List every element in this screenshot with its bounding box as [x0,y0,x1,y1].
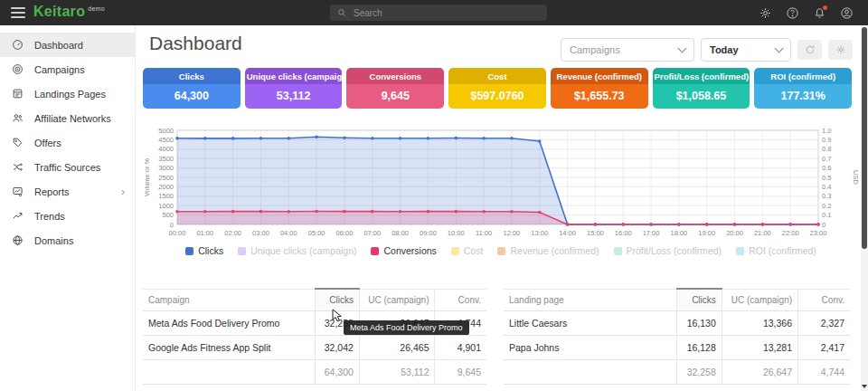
svg-text:04:00: 04:00 [280,229,297,237]
search-icon [337,8,346,17]
split-icon [12,161,24,173]
vertical-scrollbar [861,25,868,391]
scrollbar-down-arrow[interactable] [862,385,867,388]
campaign-filter-select[interactable]: Campaigns [561,38,694,62]
legend-label: Cost [464,245,484,256]
legend-label: ROI (confirmed) [749,245,816,256]
table-row[interactable]: Google Ads Fitness App Split32,04226,465… [143,336,486,360]
legend-swatch [238,247,246,255]
search-input[interactable] [352,7,540,19]
svg-text:0.7: 0.7 [822,155,831,163]
svg-text:20:00: 20:00 [726,229,743,237]
svg-text:2000: 2000 [158,183,174,191]
campaigns-table: CampaignClicksUC (campaign)Conv.Meta Ads… [143,288,486,385]
metric-card-conversions[interactable]: Conversions9,645 [346,68,444,109]
total-cell: 26,647 [722,360,797,385]
sidebar-item-traffic-sources[interactable]: Traffic Sources [0,155,135,179]
legend-item-profit-loss-confirmed-[interactable]: Profit/Loss (confirmed) [614,245,722,256]
svg-text:2500: 2500 [158,174,174,182]
legend-swatch [451,247,459,255]
cell: 16,130 [677,311,722,336]
dashboard-settings-button[interactable] [828,40,853,60]
svg-text:09:00: 09:00 [420,229,437,237]
metric-card-value: $1,655.73 [551,84,648,109]
metric-card-unique-clicks-campaign-[interactable]: Unique clicks (campaign)53,112 [245,68,343,109]
sidebar-item-landings-pages[interactable]: Landings Pages [0,81,135,106]
column-header[interactable]: Conv. [798,289,850,311]
metric-card-label: Cost [448,68,546,84]
svg-text:18:00: 18:00 [670,229,687,237]
svg-text:0: 0 [170,221,174,229]
keitaro-dashboard-screen: Keitarodemo DashboardCampaignsLandings P… [0,0,868,391]
metric-card-label: ROI (confirmed) [754,68,852,84]
legend-item-roi-confirmed-[interactable]: ROI (confirmed) [736,245,816,256]
sidebar-item-reports[interactable]: Reports› [0,179,135,204]
metric-card-profit-loss-confirmed-[interactable]: Profit/Loss (confirmed)$1,058.65 [653,68,750,109]
svg-text:0.9: 0.9 [822,136,831,144]
svg-text:12:00: 12:00 [504,229,521,237]
legend-item-clicks[interactable]: Clicks [185,245,223,256]
metric-card-label: Clicks [143,68,241,84]
svg-text:19:00: 19:00 [698,229,715,237]
metric-card-value: 177.31% [754,84,852,109]
landing-pages-table: Landing pageClicksUC (campaign)Conv.Litt… [504,288,850,385]
column-header[interactable]: Clicks [315,289,359,311]
legend-item-cost[interactable]: Cost [451,245,484,256]
legend-swatch [736,247,744,255]
svg-text:0: 0 [822,221,826,229]
menu-toggle-icon[interactable] [11,7,25,21]
svg-text:06:00: 06:00 [336,229,354,237]
metric-card-revenue-confirmed-[interactable]: Revenue (confirmed)$1,655.73 [551,68,648,109]
table-row[interactable]: Papa Johns16,12813,2812,417 [504,336,850,360]
cell: Meta Ads Food Delivery Promo [143,311,315,336]
column-header[interactable]: Landing page [504,289,677,311]
topbar: Keitarodemo [0,0,868,25]
sidebar-item-affiliate-networks[interactable]: Affiliate Networks [0,106,135,130]
sidebar-item-trends[interactable]: Trends [0,204,135,228]
sidebar-item-offers[interactable]: Offers [0,130,135,155]
svg-text:Volume or %: Volume or % [143,157,151,196]
column-header[interactable]: Conv. [435,289,486,311]
legend-item-conversions[interactable]: Conversions [371,245,436,256]
svg-text:USD: USD [852,170,859,185]
column-header[interactable]: Campaign [143,289,315,311]
notifications-icon[interactable] [813,6,826,20]
chart-legend: ClicksUnique clicks (campaign)Conversion… [143,245,859,256]
gauge-icon [12,39,24,51]
sidebar-item-dashboard[interactable]: Dashboard [0,33,135,57]
column-header[interactable]: Clicks [677,289,722,311]
svg-text:500: 500 [162,211,174,219]
legend-swatch [185,247,193,255]
refresh-button[interactable] [797,40,822,60]
column-header[interactable]: UC (campaign) [722,289,797,311]
legend-item-revenue-confirmed-[interactable]: Revenue (confirmed) [497,245,599,256]
account-icon[interactable] [840,6,854,20]
sidebar: DashboardCampaignsLandings PagesAffiliat… [0,25,136,391]
metric-card-label: Conversions [346,68,444,84]
cell: 32,042 [315,336,359,360]
chevron-down-icon [678,44,687,53]
scrollbar-thumb[interactable] [862,27,867,249]
svg-text:08:00: 08:00 [392,229,409,237]
traffic-chart: 00:0001:0002:0003:0004:0005:0006:0007:00… [143,121,859,243]
legend-item-unique-clicks-campaign-[interactable]: Unique clicks (campaign) [238,245,356,256]
metric-card-cost[interactable]: Cost$597.0760 [448,68,546,109]
sidebar-item-domains[interactable]: Domains [0,228,135,253]
app-logo[interactable]: Keitarodemo [33,4,105,20]
dashboard-controls: Campaigns Today [561,38,853,62]
svg-text:0.8: 0.8 [822,145,831,153]
date-range-select[interactable]: Today [701,38,791,62]
legend-label: Profit/Loss (confirmed) [627,245,722,256]
cell: 13,281 [722,336,797,360]
cell: 26,465 [359,336,435,360]
metric-card-clicks[interactable]: Clicks64,300 [143,68,241,109]
table-row[interactable]: Little Caesars16,13013,3662,327 [504,311,850,336]
metric-card-roi-confirmed-[interactable]: ROI (confirmed)177.31% [754,68,852,109]
sidebar-item-campaigns[interactable]: Campaigns [0,57,135,81]
settings-icon[interactable] [759,6,772,20]
svg-text:02:00: 02:00 [224,229,241,237]
help-icon[interactable] [786,6,799,20]
metric-card-value: $597.0760 [448,84,546,109]
legend-swatch [497,247,505,255]
column-header[interactable]: UC (campaign) [359,289,435,311]
